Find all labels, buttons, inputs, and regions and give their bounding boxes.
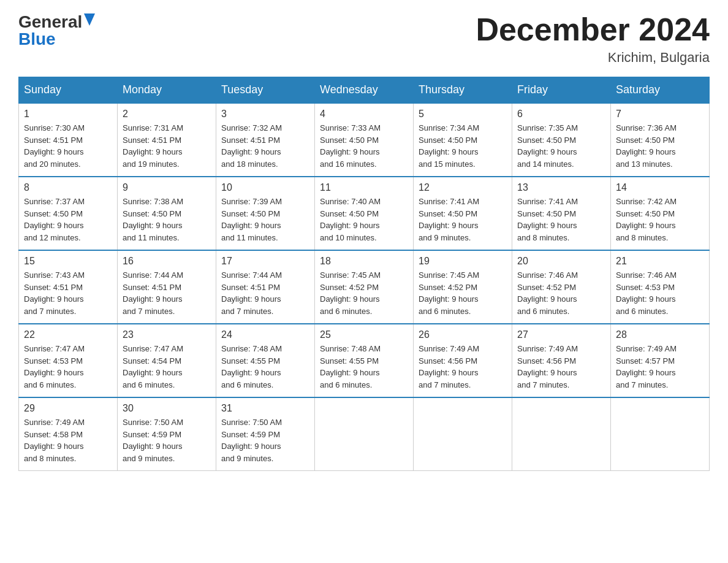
calendar-cell: 22 Sunrise: 7:47 AM Sunset: 4:53 PM Dayl… <box>19 324 118 397</box>
col-header-monday: Monday <box>118 77 216 104</box>
calendar-cell: 23 Sunrise: 7:47 AM Sunset: 4:54 PM Dayl… <box>118 324 216 397</box>
day-number: 1 <box>24 109 112 120</box>
col-header-friday: Friday <box>512 77 611 104</box>
day-info: Sunrise: 7:30 AM Sunset: 4:51 PM Dayligh… <box>24 122 112 170</box>
day-info: Sunrise: 7:47 AM Sunset: 4:53 PM Dayligh… <box>24 343 112 391</box>
calendar-cell: 20 Sunrise: 7:46 AM Sunset: 4:52 PM Dayl… <box>512 250 611 324</box>
day-number: 19 <box>419 256 507 267</box>
calendar-week-row-4: 22 Sunrise: 7:47 AM Sunset: 4:53 PM Dayl… <box>19 324 710 397</box>
day-number: 30 <box>123 403 211 414</box>
day-info: Sunrise: 7:49 AM Sunset: 4:56 PM Dayligh… <box>517 343 605 391</box>
calendar-cell: 11 Sunrise: 7:40 AM Sunset: 4:50 PM Dayl… <box>315 177 414 250</box>
calendar-cell: 2 Sunrise: 7:31 AM Sunset: 4:51 PM Dayli… <box>118 103 216 177</box>
day-number: 8 <box>24 182 112 193</box>
day-number: 7 <box>616 109 704 120</box>
calendar-cell: 4 Sunrise: 7:33 AM Sunset: 4:50 PM Dayli… <box>315 103 414 177</box>
calendar-cell: 13 Sunrise: 7:41 AM Sunset: 4:50 PM Dayl… <box>512 177 611 250</box>
calendar-cell: 17 Sunrise: 7:44 AM Sunset: 4:51 PM Dayl… <box>216 250 315 324</box>
day-info: Sunrise: 7:41 AM Sunset: 4:50 PM Dayligh… <box>517 196 605 243</box>
day-info: Sunrise: 7:38 AM Sunset: 4:50 PM Dayligh… <box>123 196 211 243</box>
day-info: Sunrise: 7:46 AM Sunset: 4:53 PM Dayligh… <box>616 269 704 317</box>
calendar-cell: 9 Sunrise: 7:38 AM Sunset: 4:50 PM Dayli… <box>118 177 216 250</box>
col-header-wednesday: Wednesday <box>315 77 414 104</box>
day-number: 22 <box>24 329 112 340</box>
calendar-cell: 30 Sunrise: 7:50 AM Sunset: 4:59 PM Dayl… <box>118 397 216 471</box>
day-info: Sunrise: 7:47 AM Sunset: 4:54 PM Dayligh… <box>123 343 211 391</box>
calendar-cell: 18 Sunrise: 7:45 AM Sunset: 4:52 PM Dayl… <box>315 250 414 324</box>
day-info: Sunrise: 7:42 AM Sunset: 4:50 PM Dayligh… <box>616 196 704 243</box>
day-number: 18 <box>320 256 408 267</box>
day-number: 16 <box>123 256 211 267</box>
day-number: 24 <box>221 329 309 340</box>
calendar-cell: 3 Sunrise: 7:32 AM Sunset: 4:51 PM Dayli… <box>216 103 315 177</box>
day-info: Sunrise: 7:36 AM Sunset: 4:50 PM Dayligh… <box>616 122 704 170</box>
day-number: 3 <box>221 109 309 120</box>
page-header: General Blue December 2024 Krichim, Bulg… <box>18 12 710 66</box>
calendar-week-row-3: 15 Sunrise: 7:43 AM Sunset: 4:51 PM Dayl… <box>19 250 710 324</box>
calendar-cell: 5 Sunrise: 7:34 AM Sunset: 4:50 PM Dayli… <box>414 103 512 177</box>
day-info: Sunrise: 7:49 AM Sunset: 4:58 PM Dayligh… <box>24 416 112 464</box>
col-header-thursday: Thursday <box>414 77 512 104</box>
logo: General Blue <box>18 12 95 49</box>
day-number: 11 <box>320 182 408 193</box>
day-number: 27 <box>517 329 605 340</box>
calendar-cell: 15 Sunrise: 7:43 AM Sunset: 4:51 PM Dayl… <box>19 250 118 324</box>
day-info: Sunrise: 7:41 AM Sunset: 4:50 PM Dayligh… <box>419 196 507 243</box>
day-info: Sunrise: 7:45 AM Sunset: 4:52 PM Dayligh… <box>419 269 507 317</box>
calendar-cell <box>315 397 414 471</box>
day-number: 4 <box>320 109 408 120</box>
day-info: Sunrise: 7:49 AM Sunset: 4:57 PM Dayligh… <box>616 343 704 391</box>
day-info: Sunrise: 7:46 AM Sunset: 4:52 PM Dayligh… <box>517 269 605 317</box>
day-number: 9 <box>123 182 211 193</box>
day-number: 17 <box>221 256 309 267</box>
calendar-week-row-2: 8 Sunrise: 7:37 AM Sunset: 4:50 PM Dayli… <box>19 177 710 250</box>
day-info: Sunrise: 7:48 AM Sunset: 4:55 PM Dayligh… <box>221 343 309 391</box>
logo-triangle-icon <box>84 13 95 26</box>
day-number: 10 <box>221 182 309 193</box>
day-number: 26 <box>419 329 507 340</box>
col-header-saturday: Saturday <box>611 77 710 104</box>
calendar-cell: 25 Sunrise: 7:48 AM Sunset: 4:55 PM Dayl… <box>315 324 414 397</box>
day-number: 29 <box>24 403 112 414</box>
day-number: 28 <box>616 329 704 340</box>
day-info: Sunrise: 7:45 AM Sunset: 4:52 PM Dayligh… <box>320 269 408 317</box>
day-info: Sunrise: 7:50 AM Sunset: 4:59 PM Dayligh… <box>221 416 309 464</box>
calendar-cell: 16 Sunrise: 7:44 AM Sunset: 4:51 PM Dayl… <box>118 250 216 324</box>
col-header-tuesday: Tuesday <box>216 77 315 104</box>
day-number: 23 <box>123 329 211 340</box>
day-info: Sunrise: 7:39 AM Sunset: 4:50 PM Dayligh… <box>221 196 309 243</box>
calendar-cell: 26 Sunrise: 7:49 AM Sunset: 4:56 PM Dayl… <box>414 324 512 397</box>
day-number: 2 <box>123 109 211 120</box>
calendar-cell <box>611 397 710 471</box>
calendar-week-row-5: 29 Sunrise: 7:49 AM Sunset: 4:58 PM Dayl… <box>19 397 710 471</box>
day-number: 20 <box>517 256 605 267</box>
day-number: 31 <box>221 403 309 414</box>
svg-marker-0 <box>84 13 95 26</box>
calendar-cell: 1 Sunrise: 7:30 AM Sunset: 4:51 PM Dayli… <box>19 103 118 177</box>
day-info: Sunrise: 7:43 AM Sunset: 4:51 PM Dayligh… <box>24 269 112 317</box>
title-area: December 2024 Krichim, Bulgaria <box>476 12 710 66</box>
day-info: Sunrise: 7:40 AM Sunset: 4:50 PM Dayligh… <box>320 196 408 243</box>
calendar-cell: 19 Sunrise: 7:45 AM Sunset: 4:52 PM Dayl… <box>414 250 512 324</box>
location-subtitle: Krichim, Bulgaria <box>476 50 710 66</box>
calendar-cell: 12 Sunrise: 7:41 AM Sunset: 4:50 PM Dayl… <box>414 177 512 250</box>
calendar-table: Sunday Monday Tuesday Wednesday Thursday… <box>18 77 710 471</box>
calendar-cell: 31 Sunrise: 7:50 AM Sunset: 4:59 PM Dayl… <box>216 397 315 471</box>
calendar-cell: 28 Sunrise: 7:49 AM Sunset: 4:57 PM Dayl… <box>611 324 710 397</box>
day-info: Sunrise: 7:32 AM Sunset: 4:51 PM Dayligh… <box>221 122 309 170</box>
day-number: 5 <box>419 109 507 120</box>
calendar-cell: 29 Sunrise: 7:49 AM Sunset: 4:58 PM Dayl… <box>19 397 118 471</box>
day-info: Sunrise: 7:49 AM Sunset: 4:56 PM Dayligh… <box>419 343 507 391</box>
day-number: 13 <box>517 182 605 193</box>
day-info: Sunrise: 7:44 AM Sunset: 4:51 PM Dayligh… <box>221 269 309 317</box>
calendar-cell <box>512 397 611 471</box>
calendar-cell: 10 Sunrise: 7:39 AM Sunset: 4:50 PM Dayl… <box>216 177 315 250</box>
calendar-cell: 21 Sunrise: 7:46 AM Sunset: 4:53 PM Dayl… <box>611 250 710 324</box>
calendar-cell: 27 Sunrise: 7:49 AM Sunset: 4:56 PM Dayl… <box>512 324 611 397</box>
logo-blue-text: Blue <box>18 29 56 48</box>
calendar-cell: 6 Sunrise: 7:35 AM Sunset: 4:50 PM Dayli… <box>512 103 611 177</box>
day-info: Sunrise: 7:50 AM Sunset: 4:59 PM Dayligh… <box>123 416 211 464</box>
calendar-cell: 24 Sunrise: 7:48 AM Sunset: 4:55 PM Dayl… <box>216 324 315 397</box>
day-info: Sunrise: 7:31 AM Sunset: 4:51 PM Dayligh… <box>123 122 211 170</box>
day-number: 15 <box>24 256 112 267</box>
